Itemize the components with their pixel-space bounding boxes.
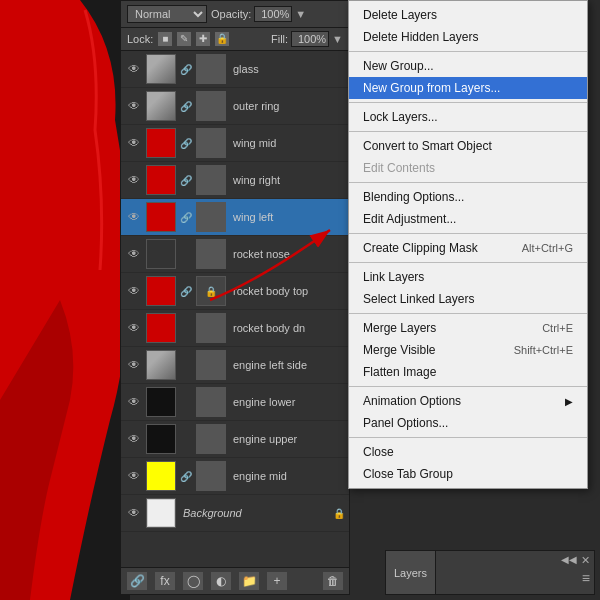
menu-item-new-group[interactable]: New Group...: [349, 55, 587, 77]
fx-button[interactable]: fx: [155, 572, 175, 590]
mini-window-controls: ◀◀ ✕: [561, 554, 590, 567]
menu-item-panel-options[interactable]: Panel Options...: [349, 412, 587, 434]
menu-item-label: Panel Options...: [363, 416, 448, 430]
visibility-toggle[interactable]: 👁: [125, 504, 143, 522]
chain-icon: 🔗: [179, 212, 193, 223]
visibility-toggle[interactable]: 👁: [125, 208, 143, 226]
menu-item-shortcut: Shift+Ctrl+E: [514, 344, 573, 356]
visibility-toggle[interactable]: 👁: [125, 393, 143, 411]
visibility-toggle[interactable]: 👁: [125, 97, 143, 115]
rocket-svg: [0, 0, 130, 600]
layer-row[interactable]: 👁engine upper: [121, 421, 349, 458]
menu-item-label: New Group from Layers...: [363, 81, 500, 95]
submenu-arrow-icon: ▶: [565, 396, 573, 407]
menu-item-label: Merge Visible: [363, 343, 435, 357]
layer-mask-thumbnail: [196, 202, 226, 232]
delete-layer-button[interactable]: 🗑: [323, 572, 343, 590]
adjustment-button[interactable]: ◐: [211, 572, 231, 590]
layer-thumbnail: [146, 54, 176, 84]
menu-item-link-layers[interactable]: Link Layers: [349, 266, 587, 288]
visibility-toggle[interactable]: 👁: [125, 319, 143, 337]
menu-separator: [349, 233, 587, 234]
layers-header: Normal Opacity: 100% ▼: [121, 1, 349, 28]
layer-row[interactable]: 👁🔗glass: [121, 51, 349, 88]
visibility-toggle[interactable]: 👁: [125, 60, 143, 78]
chain-icon: 🔗: [179, 101, 193, 112]
mask-button[interactable]: ◯: [183, 572, 203, 590]
menu-item-close-tab-group[interactable]: Close Tab Group: [349, 463, 587, 485]
lock-paint-icon[interactable]: ✎: [177, 32, 191, 46]
chain-icon: 🔗: [179, 471, 193, 482]
layer-row[interactable]: 👁Background🔒: [121, 495, 349, 532]
new-layer-button[interactable]: +: [267, 572, 287, 590]
menu-item-merge-layers[interactable]: Merge LayersCtrl+E: [349, 317, 587, 339]
layer-name-label: engine upper: [233, 433, 345, 445]
lock-move-icon[interactable]: ✚: [196, 32, 210, 46]
menu-separator: [349, 437, 587, 438]
layer-thumbnail: [146, 276, 176, 306]
fill-arrow[interactable]: ▼: [332, 33, 343, 45]
layer-row[interactable]: 👁🔗wing left: [121, 199, 349, 236]
fill-row: Fill: 100% ▼: [271, 31, 343, 47]
layer-thumbnail: [146, 91, 176, 121]
layers-mini-tab[interactable]: Layers: [386, 551, 436, 594]
chain-icon: 🔗: [179, 175, 193, 186]
layer-mask-thumbnail: [196, 461, 226, 491]
menu-item-label: Select Linked Layers: [363, 292, 474, 306]
menu-item-convert-smart-object[interactable]: Convert to Smart Object: [349, 135, 587, 157]
background-area: [0, 0, 130, 600]
menu-item-delete-hidden-layers[interactable]: Delete Hidden Layers: [349, 26, 587, 48]
menu-item-create-clipping-mask[interactable]: Create Clipping MaskAlt+Ctrl+G: [349, 237, 587, 259]
menu-item-label: Delete Hidden Layers: [363, 30, 478, 44]
menu-item-delete-layers[interactable]: Delete Layers: [349, 4, 587, 26]
blend-mode-select[interactable]: Normal: [127, 5, 207, 23]
menu-item-flatten-image[interactable]: Flatten Image: [349, 361, 587, 383]
visibility-toggle[interactable]: 👁: [125, 356, 143, 374]
menu-item-merge-visible[interactable]: Merge VisibleShift+Ctrl+E: [349, 339, 587, 361]
menu-item-new-group-from-layers[interactable]: New Group from Layers...: [349, 77, 587, 99]
visibility-toggle[interactable]: 👁: [125, 467, 143, 485]
visibility-toggle[interactable]: 👁: [125, 282, 143, 300]
layer-mask-thumbnail: [196, 54, 226, 84]
menu-item-select-linked-layers[interactable]: Select Linked Layers: [349, 288, 587, 310]
lock-row: Lock: ■ ✎ ✚ 🔒 Fill: 100% ▼: [121, 28, 349, 51]
mini-collapse-icon[interactable]: ◀◀: [561, 554, 577, 567]
layer-mask-thumbnail: [196, 350, 226, 380]
menu-item-label: Animation Options: [363, 394, 461, 408]
layer-row[interactable]: 👁🔗wing mid: [121, 125, 349, 162]
layer-row[interactable]: 👁engine lower: [121, 384, 349, 421]
group-button[interactable]: 📁: [239, 572, 259, 590]
layer-name-label: wing right: [233, 174, 345, 186]
menu-item-animation-options[interactable]: Animation Options▶: [349, 390, 587, 412]
mini-menu-icon[interactable]: ≡: [582, 570, 590, 586]
menu-item-edit-adjustment[interactable]: Edit Adjustment...: [349, 208, 587, 230]
layer-row[interactable]: 👁rocket body dn: [121, 310, 349, 347]
layer-row[interactable]: 👁🔗engine mid: [121, 458, 349, 495]
visibility-toggle[interactable]: 👁: [125, 430, 143, 448]
menu-item-lock-layers[interactable]: Lock Layers...: [349, 106, 587, 128]
lock-all-icon[interactable]: 🔒: [215, 32, 229, 46]
layer-thumbnail: [146, 498, 176, 528]
link-layers-button[interactable]: 🔗: [127, 572, 147, 590]
menu-item-close[interactable]: Close: [349, 441, 587, 463]
menu-item-blending-options[interactable]: Blending Options...: [349, 186, 587, 208]
layer-row[interactable]: 👁🔗🔒rocket body top: [121, 273, 349, 310]
layer-row[interactable]: 👁🔗outer ring: [121, 88, 349, 125]
layer-name-label: wing left: [233, 211, 345, 223]
menu-separator: [349, 182, 587, 183]
mini-close-icon[interactable]: ✕: [581, 554, 590, 567]
fill-input[interactable]: 100%: [291, 31, 329, 47]
layer-thumbnail: [146, 128, 176, 158]
lock-label: Lock:: [127, 33, 153, 45]
layer-row[interactable]: 👁🔗wing right: [121, 162, 349, 199]
visibility-toggle[interactable]: 👁: [125, 171, 143, 189]
layer-row[interactable]: 👁rocket nose: [121, 236, 349, 273]
opacity-input[interactable]: 100%: [254, 6, 292, 22]
chain-icon: 🔗: [179, 138, 193, 149]
lock-pixel-icon[interactable]: ■: [158, 32, 172, 46]
layer-row[interactable]: 👁engine left side: [121, 347, 349, 384]
layer-name-label: rocket body dn: [233, 322, 345, 334]
visibility-toggle[interactable]: 👁: [125, 134, 143, 152]
visibility-toggle[interactable]: 👁: [125, 245, 143, 263]
opacity-arrow[interactable]: ▼: [295, 8, 306, 20]
